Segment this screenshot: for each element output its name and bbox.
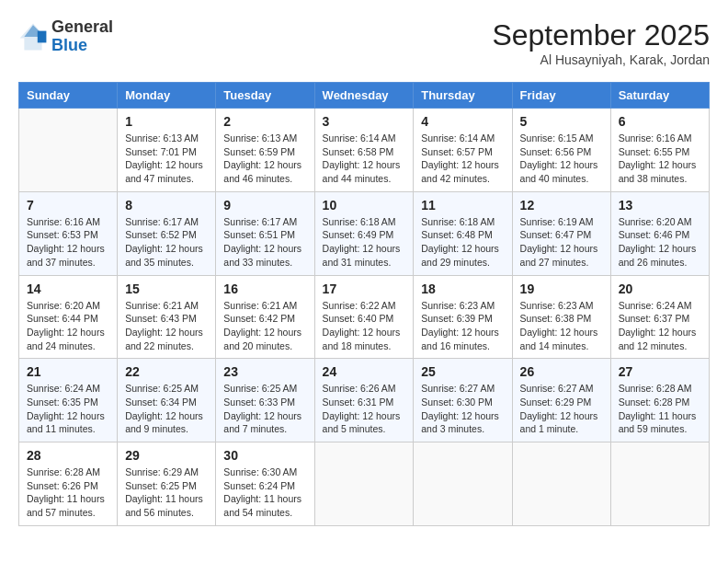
day-info: Sunrise: 6:15 AM Sunset: 6:56 PM Dayligh… [520, 132, 603, 186]
title-block: September 2025 Al Husayniyah, Karak, Jor… [492, 18, 710, 67]
calendar-week-row: 7Sunrise: 6:16 AM Sunset: 6:53 PM Daylig… [19, 191, 710, 275]
calendar-cell: 26Sunrise: 6:27 AM Sunset: 6:29 PM Dayli… [512, 359, 610, 442]
calendar-week-row: 28Sunrise: 6:28 AM Sunset: 6:26 PM Dayli… [19, 442, 710, 526]
day-info: Sunrise: 6:16 AM Sunset: 6:55 PM Dayligh… [619, 132, 701, 186]
day-number: 9 [223, 198, 306, 213]
svg-marker-2 [38, 30, 47, 42]
calendar-week-row: 21Sunrise: 6:24 AM Sunset: 6:35 PM Dayli… [19, 359, 710, 442]
day-number: 8 [125, 198, 208, 213]
logo: General Blue [18, 18, 113, 55]
day-info: Sunrise: 6:21 AM Sunset: 6:43 PM Dayligh… [125, 299, 208, 353]
calendar-cell [610, 442, 709, 526]
day-info: Sunrise: 6:22 AM Sunset: 6:40 PM Dayligh… [323, 299, 406, 353]
location-subtitle: Al Husayniyah, Karak, Jordan [492, 52, 710, 67]
calendar-header-row: SundayMondayTuesdayWednesdayThursdayFrid… [19, 83, 710, 109]
calendar-cell: 16Sunrise: 6:21 AM Sunset: 6:42 PM Dayli… [216, 275, 314, 359]
logo-icon [18, 22, 48, 52]
calendar-cell [19, 109, 118, 192]
page-header: General Blue September 2025 Al Husayniya… [18, 18, 710, 67]
calendar-cell: 29Sunrise: 6:29 AM Sunset: 6:25 PM Dayli… [118, 442, 216, 526]
header-saturday: Saturday [610, 83, 709, 109]
day-number: 11 [421, 198, 504, 213]
day-info: Sunrise: 6:23 AM Sunset: 6:39 PM Dayligh… [421, 299, 504, 353]
logo-general-text: General [51, 17, 113, 36]
day-number: 6 [619, 114, 701, 129]
day-info: Sunrise: 6:18 AM Sunset: 6:48 PM Dayligh… [421, 215, 504, 270]
calendar-cell: 6Sunrise: 6:16 AM Sunset: 6:55 PM Daylig… [610, 109, 709, 192]
calendar-cell: 24Sunrise: 6:26 AM Sunset: 6:31 PM Dayli… [314, 359, 414, 442]
calendar-cell: 23Sunrise: 6:25 AM Sunset: 6:33 PM Dayli… [216, 359, 314, 442]
calendar-week-row: 1Sunrise: 6:13 AM Sunset: 7:01 PM Daylig… [19, 109, 710, 192]
day-number: 18 [421, 282, 504, 296]
calendar-cell: 19Sunrise: 6:23 AM Sunset: 6:38 PM Dayli… [512, 275, 610, 359]
calendar-cell: 18Sunrise: 6:23 AM Sunset: 6:39 PM Dayli… [414, 275, 512, 359]
day-info: Sunrise: 6:19 AM Sunset: 6:47 PM Dayligh… [520, 215, 603, 270]
calendar-cell: 14Sunrise: 6:20 AM Sunset: 6:44 PM Dayli… [19, 275, 118, 359]
calendar-cell: 27Sunrise: 6:28 AM Sunset: 6:28 PM Dayli… [610, 359, 709, 442]
day-number: 26 [520, 364, 603, 379]
day-info: Sunrise: 6:14 AM Sunset: 6:57 PM Dayligh… [421, 132, 504, 186]
day-number: 12 [520, 198, 603, 213]
day-number: 17 [323, 282, 406, 296]
day-number: 22 [125, 364, 208, 379]
calendar-cell: 10Sunrise: 6:18 AM Sunset: 6:49 PM Dayli… [314, 191, 414, 275]
day-info: Sunrise: 6:28 AM Sunset: 6:26 PM Dayligh… [27, 465, 109, 520]
calendar-week-row: 14Sunrise: 6:20 AM Sunset: 6:44 PM Dayli… [19, 275, 710, 359]
day-info: Sunrise: 6:29 AM Sunset: 6:25 PM Dayligh… [125, 465, 208, 520]
day-info: Sunrise: 6:20 AM Sunset: 6:46 PM Dayligh… [619, 215, 701, 270]
day-number: 24 [323, 364, 406, 379]
calendar-cell [512, 442, 610, 526]
day-info: Sunrise: 6:26 AM Sunset: 6:31 PM Dayligh… [323, 382, 406, 436]
day-number: 13 [619, 198, 701, 213]
calendar-cell: 3Sunrise: 6:14 AM Sunset: 6:58 PM Daylig… [314, 109, 414, 192]
calendar-cell: 22Sunrise: 6:25 AM Sunset: 6:34 PM Dayli… [118, 359, 216, 442]
day-info: Sunrise: 6:23 AM Sunset: 6:38 PM Dayligh… [520, 299, 603, 353]
calendar-cell [314, 442, 414, 526]
calendar-cell: 1Sunrise: 6:13 AM Sunset: 7:01 PM Daylig… [118, 109, 216, 192]
calendar-cell: 25Sunrise: 6:27 AM Sunset: 6:30 PM Dayli… [414, 359, 512, 442]
calendar-cell: 30Sunrise: 6:30 AM Sunset: 6:24 PM Dayli… [216, 442, 314, 526]
day-number: 10 [323, 198, 406, 213]
day-number: 2 [223, 114, 306, 129]
day-number: 1 [125, 114, 208, 129]
day-info: Sunrise: 6:13 AM Sunset: 6:59 PM Dayligh… [223, 132, 306, 186]
day-info: Sunrise: 6:18 AM Sunset: 6:49 PM Dayligh… [323, 215, 406, 270]
logo-blue-text: Blue [51, 36, 87, 54]
day-number: 21 [27, 364, 109, 379]
calendar-cell: 15Sunrise: 6:21 AM Sunset: 6:43 PM Dayli… [118, 275, 216, 359]
day-info: Sunrise: 6:27 AM Sunset: 6:30 PM Dayligh… [421, 382, 504, 436]
header-sunday: Sunday [19, 83, 118, 109]
day-info: Sunrise: 6:25 AM Sunset: 6:33 PM Dayligh… [223, 382, 306, 436]
day-info: Sunrise: 6:25 AM Sunset: 6:34 PM Dayligh… [125, 382, 208, 436]
day-number: 27 [619, 364, 701, 379]
day-number: 25 [421, 364, 504, 379]
header-thursday: Thursday [414, 83, 512, 109]
day-info: Sunrise: 6:30 AM Sunset: 6:24 PM Dayligh… [223, 465, 306, 520]
month-title: September 2025 [492, 18, 710, 52]
header-monday: Monday [118, 83, 216, 109]
day-info: Sunrise: 6:17 AM Sunset: 6:52 PM Dayligh… [125, 215, 208, 270]
day-number: 5 [520, 114, 603, 129]
calendar-cell: 17Sunrise: 6:22 AM Sunset: 6:40 PM Dayli… [314, 275, 414, 359]
day-info: Sunrise: 6:27 AM Sunset: 6:29 PM Dayligh… [520, 382, 603, 436]
day-number: 4 [421, 114, 504, 129]
calendar-cell: 7Sunrise: 6:16 AM Sunset: 6:53 PM Daylig… [19, 191, 118, 275]
header-tuesday: Tuesday [216, 83, 314, 109]
day-number: 14 [27, 282, 109, 296]
calendar-cell: 28Sunrise: 6:28 AM Sunset: 6:26 PM Dayli… [19, 442, 118, 526]
day-info: Sunrise: 6:20 AM Sunset: 6:44 PM Dayligh… [27, 299, 109, 353]
header-friday: Friday [512, 83, 610, 109]
day-number: 19 [520, 282, 603, 296]
day-number: 20 [619, 282, 701, 296]
calendar-cell: 8Sunrise: 6:17 AM Sunset: 6:52 PM Daylig… [118, 191, 216, 275]
calendar-cell: 9Sunrise: 6:17 AM Sunset: 6:51 PM Daylig… [216, 191, 314, 275]
day-number: 23 [223, 364, 306, 379]
calendar-cell [414, 442, 512, 526]
calendar-cell: 12Sunrise: 6:19 AM Sunset: 6:47 PM Dayli… [512, 191, 610, 275]
calendar-cell: 2Sunrise: 6:13 AM Sunset: 6:59 PM Daylig… [216, 109, 314, 192]
logo-text: General Blue [51, 18, 113, 55]
day-number: 29 [125, 448, 208, 463]
day-info: Sunrise: 6:13 AM Sunset: 7:01 PM Dayligh… [125, 132, 208, 186]
calendar-cell: 5Sunrise: 6:15 AM Sunset: 6:56 PM Daylig… [512, 109, 610, 192]
calendar-cell: 13Sunrise: 6:20 AM Sunset: 6:46 PM Dayli… [610, 191, 709, 275]
